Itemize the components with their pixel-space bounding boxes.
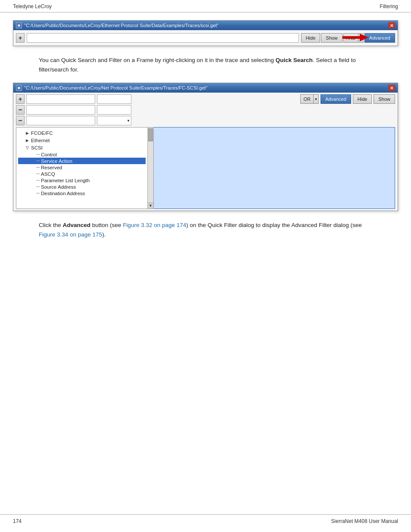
dialog2-close-button[interactable]: ✕ (388, 85, 395, 91)
tree-right-panel (154, 127, 395, 209)
filter-row-3: − ▼ (16, 116, 395, 125)
description1: You can Quick Search and Filter on a Fra… (39, 56, 372, 74)
tree-item-dest-addr[interactable]: Destination Address (18, 190, 146, 196)
tree-label-reserved: Reserved (41, 165, 62, 170)
tree-content: ▶ FCOE/FC ▶ Ethernet ▽ SCSI (16, 128, 153, 198)
dialog2-minus-button-2[interactable]: − (16, 116, 25, 125)
dialog1-body: + Hide Show AND ▼ Advanced (13, 30, 398, 46)
filter-row-1: + OR ▼ Advanced Hide Show (16, 94, 395, 104)
tree-scrollbar-down[interactable]: ▼ (148, 202, 153, 208)
desc2-bold: Advanced (63, 222, 91, 228)
tree-label-ethernet: Ethernet (31, 138, 50, 143)
desc1-bold: Quick Search (276, 57, 313, 63)
tree-label-source: Source Address (41, 184, 76, 190)
tree-item-control[interactable]: Control (18, 151, 146, 158)
dialog2-add-button[interactable]: + (16, 94, 25, 104)
tree-toggle-ethernet[interactable]: ▶ (24, 137, 30, 143)
dialog2-title: "C:/Users/Public/Documents/LeCroy/Net Pr… (24, 85, 208, 90)
page-header: Teledyne LeCroy Filtering (0, 0, 411, 12)
tree-item-param-list[interactable]: Parameter List Length (18, 177, 146, 184)
tree-label-control: Control (41, 152, 57, 157)
tree-dash-control (36, 154, 40, 155)
tree-scrollbar-thumb[interactable] (148, 128, 153, 141)
dialog1-hide-button[interactable]: Hide (301, 33, 321, 43)
svg-marker-0 (342, 34, 368, 41)
dialog2-body: + OR ▼ Advanced Hide Show − − (13, 93, 398, 211)
dialog1-close-button[interactable]: ✕ (388, 22, 395, 28)
footer-right: SierraNet M408 User Manual (331, 518, 398, 524)
dialog2-filter-dropdown[interactable]: ▼ (97, 116, 131, 125)
tree-dash-service-action (36, 161, 40, 161)
desc2-middle: button (see (90, 222, 123, 228)
desc2-before: Click the (39, 222, 63, 228)
dialog1-filter-input[interactable] (27, 33, 299, 43)
tree-item-scsi[interactable]: ▽ SCSI (18, 144, 146, 151)
tree-label-service-action: Service Action (41, 159, 72, 164)
dialog1-titlebar: ■ "C:/Users/Public/Documents/LeCroy/Ethe… (13, 21, 398, 30)
tree-toggle-scsi[interactable]: ▽ (24, 145, 30, 151)
dialog2-filter-input-3a[interactable] (26, 116, 95, 125)
dialog2-show-button[interactable]: Show (374, 94, 395, 104)
desc2-after: ). (102, 231, 106, 238)
tree-dash-ascq (36, 174, 40, 174)
dialog1-titlebar-left: ■ "C:/Users/Public/Documents/LeCroy/Ethe… (16, 22, 218, 28)
dialog1-title: "C:/Users/Public/Documents/LeCroy/Ethern… (24, 23, 218, 28)
tree-item-fcoe[interactable]: ▶ FCOE/FC (18, 129, 146, 137)
dialog2-filter-input-1b[interactable] (97, 94, 131, 104)
header-right: Filtering (380, 3, 398, 9)
tree-label-param: Parameter List Length (41, 178, 90, 183)
tree-label-dest: Destination Address (41, 191, 85, 196)
filter-row-2: − (16, 105, 395, 115)
tree-item-ascq[interactable]: ASCQ (18, 171, 146, 177)
tree-dash-reserved (36, 167, 40, 168)
tree-dash-param (36, 180, 40, 180)
tree-item-source-addr[interactable]: Source Address (18, 184, 146, 190)
dialog1: ■ "C:/Users/Public/Documents/LeCroy/Ethe… (13, 20, 398, 46)
dialog2-titlebar: ■ "C:/Users/Public/Documents/LeCroy/Net … (13, 83, 398, 93)
desc2-link1[interactable]: Figure 3.32 on page 174 (123, 222, 186, 228)
tree-panel: ▶ FCOE/FC ▶ Ethernet ▽ SCSI (16, 127, 395, 209)
dialog2-icon: ■ (16, 85, 22, 91)
tree-item-service-action[interactable]: Service Action (18, 158, 146, 164)
dialog1-icon: ■ (16, 22, 22, 28)
tree-scrollbar[interactable]: ▼ (147, 128, 153, 208)
tree-item-reserved[interactable]: Reserved (18, 164, 146, 171)
dialog1-add-button[interactable]: + (16, 33, 25, 43)
tree-label-fcoe: FCOE/FC (31, 131, 53, 136)
description2: Click the Advanced button (see Figure 3.… (39, 221, 372, 239)
dialog2-minus-button-1[interactable]: − (16, 105, 25, 115)
dialog2-or-arrow[interactable]: ▼ (314, 94, 319, 104)
desc2-link2[interactable]: Figure 3.34 on page 175 (39, 231, 102, 238)
dialog2-or-text[interactable]: OR (300, 94, 314, 104)
dialog1-advanced-button[interactable]: Advanced (364, 33, 395, 43)
footer-left: 174 (13, 518, 22, 524)
dialog1-show-button[interactable]: Show (321, 33, 342, 43)
tree-dash-dest (36, 193, 40, 193)
header-left: Teledyne LeCroy (13, 3, 52, 9)
tree-label-scsi: SCSI (31, 145, 43, 150)
page-footer: 174 SierraNet M408 User Manual (0, 514, 411, 524)
desc2-middle2: ) on the Quick Filter dialog to display … (186, 222, 361, 228)
dialog2-or-group: OR ▼ (300, 94, 319, 104)
dialog2-advanced-button[interactable]: Advanced (321, 94, 351, 104)
dialog2-filter-input-2b[interactable] (97, 105, 131, 115)
tree-label-ascq: ASCQ (41, 171, 55, 177)
dialog2-hide-button[interactable]: Hide (353, 94, 372, 104)
red-arrow-annotation (342, 33, 368, 44)
desc1-before: You can Quick Search and Filter on a Fra… (39, 57, 276, 63)
dialog2-filter-input-1a[interactable] (26, 94, 95, 104)
dialog2-filter-input-2a[interactable] (26, 105, 95, 115)
tree-toggle-fcoe[interactable]: ▶ (24, 130, 30, 136)
dialog2-titlebar-left: ■ "C:/Users/Public/Documents/LeCroy/Net … (16, 85, 208, 91)
tree-list[interactable]: ▶ FCOE/FC ▶ Ethernet ▽ SCSI (16, 127, 154, 209)
dialog2: ■ "C:/Users/Public/Documents/LeCroy/Net … (13, 83, 398, 211)
tree-item-ethernet[interactable]: ▶ Ethernet (18, 137, 146, 144)
tree-dash-source (36, 187, 40, 187)
